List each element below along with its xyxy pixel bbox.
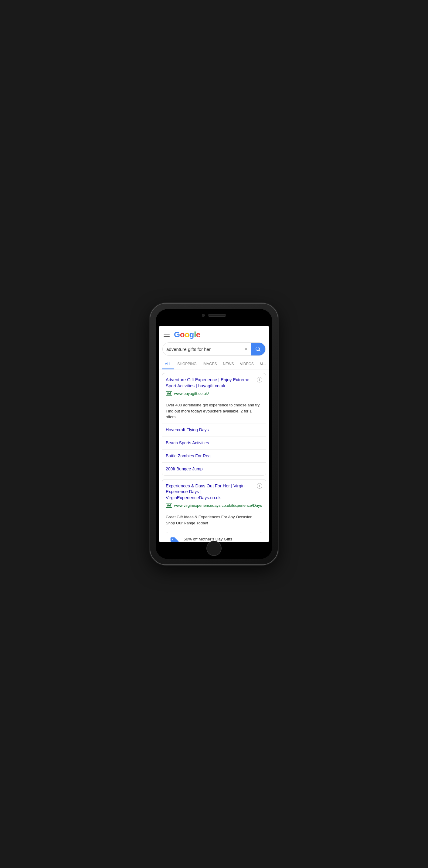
ad1-url-row: Ad www.buyagift.co.uk/ (162, 391, 266, 399)
ad1-url: www.buyagift.co.uk/ (174, 391, 209, 396)
ad1-badge: Ad (166, 391, 172, 396)
search-input[interactable] (163, 347, 241, 352)
ad1-link-bungee[interactable]: 200ft Bungee Jump (162, 462, 266, 475)
tab-images[interactable]: IMAGES (200, 359, 220, 369)
search-icon (255, 346, 261, 352)
phone-screen: Google × ALL SHOPPING (159, 326, 269, 542)
tab-shopping[interactable]: SHOPPING (174, 359, 199, 369)
logo-letter-o2: o (184, 330, 189, 339)
ad1-header: Adventure Gift Experience | Enjoy Extrem… (162, 373, 266, 391)
search-tabs: ALL SHOPPING IMAGES NEWS VIDEOS M... (159, 359, 269, 369)
ad1-link-zombies[interactable]: Battle Zombies For Real (162, 449, 266, 462)
ad2-promo-title: 50% off Mother's Day Gifts (183, 537, 232, 541)
logo-letter-G: G (174, 330, 180, 339)
tab-news[interactable]: NEWS (220, 359, 237, 369)
tab-all[interactable]: ALL (162, 359, 174, 369)
camera-dot (202, 314, 205, 317)
ad2-header: Experiences & Days Out For Her | Virgin … (162, 479, 266, 503)
search-bar: × (163, 342, 266, 356)
search-clear-button[interactable]: × (241, 346, 251, 352)
search-bar-container: × (159, 342, 269, 359)
phone-frame: Google × ALL SHOPPING (150, 304, 278, 564)
ad1-link-hovercraft[interactable]: Hovercraft Flying Days (162, 423, 266, 436)
ad1-description: Over 400 adrenaline gift experience to c… (162, 399, 266, 423)
ad2-badge: Ad (166, 503, 172, 508)
phone-inner: Google × ALL SHOPPING (156, 309, 272, 559)
logo-letter-l: l (194, 330, 196, 339)
ad2-promo-text: 50% off Mother's Day Gifts Ends Apr 1 (183, 537, 232, 542)
hamburger-menu-icon[interactable] (164, 333, 170, 337)
speaker-grille (208, 314, 226, 317)
ad-card-1: Adventure Gift Experience | Enjoy Extrem… (162, 373, 266, 475)
ad1-info-icon[interactable]: i (257, 377, 262, 382)
camera-area (202, 314, 226, 317)
tab-videos[interactable]: VIDEOS (237, 359, 256, 369)
tab-more[interactable]: M... (257, 359, 269, 369)
google-header: Google (159, 326, 269, 342)
ad1-link-beach[interactable]: Beach Sports Activities (162, 436, 266, 449)
google-logo: Google (174, 330, 200, 339)
ad2-description: Great Gift Ideas & Experiences For Any O… (162, 511, 266, 529)
home-button[interactable] (206, 541, 222, 556)
ad2-info-icon[interactable]: i (257, 483, 262, 489)
tag-svg (170, 536, 179, 542)
logo-letter-o1: o (180, 330, 184, 339)
search-submit-button[interactable] (251, 342, 265, 356)
ad2-url: www.virginexperiencedays.co.uk/Experienc… (174, 503, 262, 508)
ad2-title[interactable]: Experiences & Days Out For Her | Virgin … (166, 483, 254, 501)
ad2-promo-subtitle: Ends Apr 1 (183, 542, 232, 542)
tag-icon (170, 536, 179, 542)
logo-letter-e: e (196, 330, 200, 339)
ad1-title[interactable]: Adventure Gift Experience | Enjoy Extrem… (166, 377, 254, 389)
ad-card-2: Experiences & Days Out For Her | Virgin … (162, 479, 266, 542)
logo-letter-g: g (190, 330, 194, 339)
ad2-url-row: Ad www.virginexperiencedays.co.uk/Experi… (162, 503, 266, 511)
